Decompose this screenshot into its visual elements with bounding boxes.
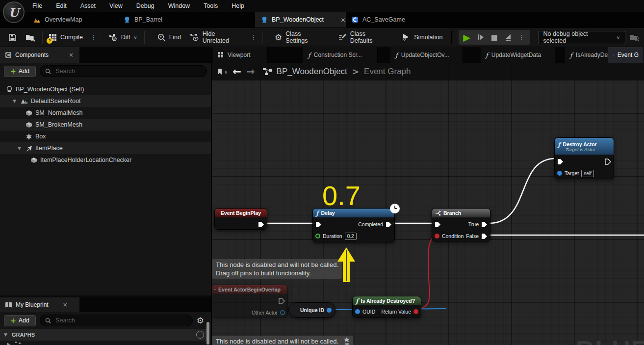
exec-in-pin[interactable] xyxy=(435,221,441,228)
close-icon[interactable]: × xyxy=(63,301,68,308)
graphs-section-header[interactable]: ▼ GRAPHS xyxy=(0,329,208,341)
breadcrumb-root[interactable]: BP_WoodenObject xyxy=(277,67,347,77)
tab-updateobjectov[interactable]: ƒ UpdateObjectOv... xyxy=(390,47,463,63)
target-pin[interactable] xyxy=(557,171,562,176)
tab-overviewmap[interactable]: OverviewMap xyxy=(27,12,118,27)
exec-out-pin[interactable] xyxy=(386,221,392,228)
simulation-button[interactable]: Simulation xyxy=(397,28,447,47)
settings-gear-icon[interactable]: ⚙ xyxy=(197,316,204,325)
close-icon[interactable]: × xyxy=(328,16,346,24)
tab-components[interactable]: Components × xyxy=(0,47,79,63)
node-unique-id[interactable]: Unique ID xyxy=(288,302,335,318)
unique-id-pin[interactable] xyxy=(327,308,332,313)
simulation-icon xyxy=(402,33,411,41)
components-search[interactable] xyxy=(40,65,207,77)
tree-item-itemplaceholderlocationchecker[interactable]: ItemPlaceHolderLocationChecker xyxy=(0,154,211,166)
tree-item-self[interactable]: BP_WoodenObject (Self) xyxy=(0,83,211,95)
compile-button[interactable]: ? Compile xyxy=(44,28,87,47)
node-is-already-destroyed[interactable]: ƒ Is Already Destroyed? GUID Return Valu… xyxy=(352,296,421,318)
expander-down-icon[interactable]: ▼ xyxy=(13,99,18,104)
compile-options-icon[interactable]: ⋮ xyxy=(87,33,100,41)
exec-out-pin-false[interactable] xyxy=(481,233,488,239)
menu-tools[interactable]: Tools xyxy=(204,2,218,9)
node-event-actorbeginoverlap[interactable]: Event ActorBeginOverlap Other Actor xyxy=(212,285,288,318)
exec-in-pin[interactable] xyxy=(315,221,322,228)
latent-clock-icon xyxy=(389,203,400,214)
exec-out-pin[interactable] xyxy=(279,298,285,304)
components-add-button[interactable]: + Add xyxy=(4,66,36,77)
debug-object-select[interactable]: No debug object selected ∨ xyxy=(538,31,625,44)
exec-out-pin[interactable] xyxy=(258,221,264,228)
menu-debug[interactable]: Debug xyxy=(136,2,155,9)
browse-icon xyxy=(630,33,640,42)
find-button[interactable]: Find xyxy=(153,28,185,47)
tab-viewport[interactable]: Viewport xyxy=(213,47,268,63)
my-blueprint-search[interactable] xyxy=(40,315,193,326)
menu-help[interactable]: Help xyxy=(232,2,244,9)
tab-construction-script[interactable]: ƒ Construction Scr... xyxy=(303,47,378,63)
tree-item-sm-normalmesh[interactable]: SM_NormalMesh xyxy=(0,107,211,119)
function-icon: ƒ xyxy=(308,52,310,59)
forward-button[interactable]: → xyxy=(246,66,255,78)
node-destroy-actor[interactable]: ƒ Destroy Actor Target is Actor Target s… xyxy=(554,137,614,179)
target-value-field[interactable]: self xyxy=(581,170,594,177)
menu-window[interactable]: Window xyxy=(168,2,190,9)
box-collision-icon xyxy=(26,133,32,140)
tab-updatewidgetdata[interactable]: ƒ UpdateWidgetData xyxy=(481,47,555,63)
debug-breakpoint-indicator[interactable] xyxy=(283,287,284,292)
expander-down-icon[interactable]: ▼ xyxy=(4,332,9,337)
float-pin[interactable] xyxy=(315,234,320,239)
save-button[interactable] xyxy=(4,28,21,47)
play-options-icon[interactable]: ⋮ xyxy=(515,33,528,41)
play-button[interactable]: ▶ xyxy=(461,31,473,44)
back-button[interactable]: ← xyxy=(232,66,241,78)
tab-event-graph[interactable]: Event G xyxy=(608,47,644,63)
node-delay[interactable]: ƒ Delay Completed Duration 0.2 xyxy=(312,208,395,242)
components-search-input[interactable] xyxy=(54,67,202,75)
debug-browse-button[interactable] xyxy=(625,28,644,47)
unreal-logo[interactable]: U xyxy=(3,1,25,23)
expander-down-icon[interactable]: ▼ xyxy=(18,146,23,151)
node-branch[interactable]: Branch True Condition False xyxy=(432,208,490,241)
return-value-pin[interactable] xyxy=(413,309,418,314)
event-graph-canvas[interactable]: BLUEPRINT ∨ ← → BP_WoodenObject > Event … xyxy=(212,63,644,345)
frame-skip-button[interactable] xyxy=(474,31,487,44)
tree-item-defaultsceneroot[interactable]: ▼ DefaultSceneRoot xyxy=(0,95,211,107)
other-actor-pin[interactable] xyxy=(280,310,285,315)
menu-asset[interactable]: Asset xyxy=(80,2,96,9)
condition-pin[interactable] xyxy=(435,234,439,239)
hide-unrelated-options-icon[interactable]: ⋮ xyxy=(247,33,260,41)
my-blueprint-add-button[interactable]: + Add xyxy=(4,315,36,326)
close-icon[interactable]: × xyxy=(69,52,74,58)
menu-view[interactable]: View xyxy=(109,2,123,9)
exec-out-pin-true[interactable] xyxy=(481,221,488,228)
left-panel-scrollbar[interactable] xyxy=(206,322,209,345)
exec-in-pin[interactable] xyxy=(557,159,564,165)
tab-bp-woodenobject[interactable]: BP_WoodenObject × xyxy=(255,12,345,27)
duration-value-field[interactable]: 0.2 xyxy=(345,233,357,240)
tree-item-sm-brokenmesh[interactable]: SM_BrokenMesh xyxy=(0,119,211,131)
hide-unrelated-button[interactable]: Hide Unrelated xyxy=(185,28,247,47)
class-settings-button[interactable]: ⚙ Class Settings xyxy=(270,28,329,47)
tab-ac-savegame[interactable]: AC_SaveGame xyxy=(345,12,463,27)
eject-button[interactable] xyxy=(502,31,515,44)
left-panel: + Add BP_WoodenObject (Self) ▼ DefaultSc… xyxy=(0,63,212,345)
diff-button[interactable]: Diff ∨ xyxy=(104,28,142,47)
node-event-beginplay[interactable]: Event BeginPlay xyxy=(214,208,267,230)
browse-button[interactable] xyxy=(21,28,40,47)
exec-out-pin[interactable] xyxy=(605,159,611,165)
guid-pin[interactable] xyxy=(355,309,360,314)
my-blueprint-search-input[interactable] xyxy=(54,317,187,324)
tab-bp-barrel[interactable]: BP_Barrel xyxy=(118,12,255,27)
add-graph-icon[interactable] xyxy=(196,331,204,339)
tree-item-itemplace[interactable]: ▼ ItemPlace xyxy=(0,142,211,154)
debug-breakpoint-indicator[interactable] xyxy=(263,211,264,215)
tree-item-box[interactable]: Box xyxy=(0,131,211,142)
menu-file[interactable]: File xyxy=(32,2,42,9)
menu-edit[interactable]: Edit xyxy=(56,2,67,9)
chevron-down-icon: ∨ xyxy=(617,35,620,40)
stop-button[interactable]: ■ xyxy=(488,31,501,44)
tab-my-blueprint[interactable]: My Blueprint × xyxy=(0,297,79,312)
bookmark-button[interactable]: ∨ xyxy=(217,68,228,75)
class-defaults-button[interactable]: Class Defaults xyxy=(334,28,393,47)
